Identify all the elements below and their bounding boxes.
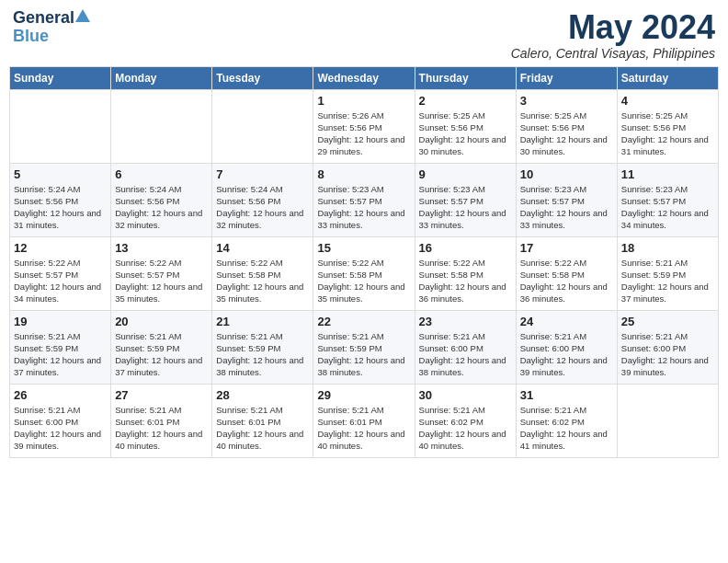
day-number: 9 [419,167,512,181]
day-info: Sunrise: 5:24 AM Sunset: 5:56 PM Dayligh… [216,183,309,232]
day-info: Sunrise: 5:24 AM Sunset: 5:56 PM Dayligh… [14,183,107,232]
day-number: 21 [216,315,309,328]
day-number: 29 [317,388,410,402]
day-number: 26 [14,388,107,402]
calendar-cell: 1Sunrise: 5:26 AM Sunset: 5:56 PM Daylig… [313,89,415,163]
day-number: 20 [115,315,208,328]
calendar-cell: 31Sunrise: 5:21 AM Sunset: 6:02 PM Dayli… [516,384,617,457]
calendar-cell: 4Sunrise: 5:25 AM Sunset: 5:56 PM Daylig… [617,89,718,163]
calendar-cell: 16Sunrise: 5:22 AM Sunset: 5:58 PM Dayli… [415,236,516,310]
calendar-cell: 23Sunrise: 5:21 AM Sunset: 6:00 PM Dayli… [415,310,516,384]
day-info: Sunrise: 5:22 AM Sunset: 5:58 PM Dayligh… [216,257,309,305]
calendar-header-row: SundayMondayTuesdayWednesdayThursdayFrid… [10,66,719,89]
calendar-cell: 12Sunrise: 5:22 AM Sunset: 5:57 PM Dayli… [10,236,111,310]
calendar-cell: 5Sunrise: 5:24 AM Sunset: 5:56 PM Daylig… [10,163,111,236]
calendar-week-row: 26Sunrise: 5:21 AM Sunset: 6:00 PM Dayli… [10,384,719,457]
day-number: 28 [216,388,309,402]
calendar-cell: 8Sunrise: 5:23 AM Sunset: 5:57 PM Daylig… [313,163,415,236]
calendar-cell: 19Sunrise: 5:21 AM Sunset: 5:59 PM Dayli… [10,310,111,384]
day-info: Sunrise: 5:21 AM Sunset: 5:59 PM Dayligh… [216,330,309,379]
calendar-header: SundayMondayTuesdayWednesdayThursdayFrid… [10,66,719,89]
calendar-cell: 2Sunrise: 5:25 AM Sunset: 5:56 PM Daylig… [415,89,516,163]
calendar-cell: 3Sunrise: 5:25 AM Sunset: 5:56 PM Daylig… [516,89,617,163]
calendar-week-row: 1Sunrise: 5:26 AM Sunset: 5:56 PM Daylig… [10,89,719,163]
page-header: General Blue May 2024 Calero, Central Vi… [9,9,719,61]
calendar-week-row: 12Sunrise: 5:22 AM Sunset: 5:57 PM Dayli… [10,236,719,310]
day-number: 17 [520,241,613,255]
calendar-table: SundayMondayTuesdayWednesdayThursdayFrid… [9,66,719,458]
calendar-cell: 9Sunrise: 5:23 AM Sunset: 5:57 PM Daylig… [415,163,516,236]
day-number: 16 [419,241,512,255]
calendar-header-cell: Thursday [415,66,516,89]
calendar-header-cell: Friday [516,66,617,89]
day-info: Sunrise: 5:22 AM Sunset: 5:57 PM Dayligh… [14,257,107,305]
day-number: 8 [317,167,410,181]
day-info: Sunrise: 5:21 AM Sunset: 6:01 PM Dayligh… [317,404,410,453]
calendar-cell: 24Sunrise: 5:21 AM Sunset: 6:00 PM Dayli… [516,310,617,384]
day-number: 24 [520,315,613,328]
calendar-cell: 17Sunrise: 5:22 AM Sunset: 5:58 PM Dayli… [516,236,617,310]
calendar-cell [10,89,111,163]
calendar-cell: 20Sunrise: 5:21 AM Sunset: 5:59 PM Dayli… [111,310,212,384]
calendar-cell: 6Sunrise: 5:24 AM Sunset: 5:56 PM Daylig… [111,163,212,236]
calendar-header-cell: Monday [111,66,212,89]
calendar-cell: 22Sunrise: 5:21 AM Sunset: 5:59 PM Dayli… [313,310,415,384]
day-number: 30 [419,388,512,402]
calendar-cell: 13Sunrise: 5:22 AM Sunset: 5:57 PM Dayli… [111,236,212,310]
day-info: Sunrise: 5:25 AM Sunset: 5:56 PM Dayligh… [520,109,613,158]
day-info: Sunrise: 5:21 AM Sunset: 6:02 PM Dayligh… [520,404,613,453]
day-number: 12 [14,241,107,255]
calendar-cell: 21Sunrise: 5:21 AM Sunset: 5:59 PM Dayli… [212,310,313,384]
month-title: May 2024 [511,9,715,46]
day-number: 1 [317,94,410,108]
day-info: Sunrise: 5:22 AM Sunset: 5:57 PM Dayligh… [115,257,208,305]
day-info: Sunrise: 5:23 AM Sunset: 5:57 PM Dayligh… [520,183,613,232]
day-info: Sunrise: 5:21 AM Sunset: 6:00 PM Dayligh… [419,330,512,379]
day-number: 3 [520,94,613,108]
calendar-cell: 27Sunrise: 5:21 AM Sunset: 6:01 PM Dayli… [111,384,212,457]
day-info: Sunrise: 5:21 AM Sunset: 5:59 PM Dayligh… [14,330,107,379]
logo-text-general: General [13,9,74,28]
day-info: Sunrise: 5:23 AM Sunset: 5:57 PM Dayligh… [317,183,410,232]
day-number: 27 [115,388,208,402]
day-info: Sunrise: 5:21 AM Sunset: 5:59 PM Dayligh… [621,257,714,305]
day-number: 25 [621,315,714,328]
calendar-cell: 25Sunrise: 5:21 AM Sunset: 6:00 PM Dayli… [617,310,718,384]
day-number: 10 [520,167,613,181]
day-number: 4 [621,94,714,108]
day-number: 7 [216,167,309,181]
day-info: Sunrise: 5:21 AM Sunset: 5:59 PM Dayligh… [115,330,208,379]
calendar-header-cell: Sunday [10,66,111,89]
location-title: Calero, Central Visayas, Philippines [511,46,715,61]
calendar-cell [212,89,313,163]
day-info: Sunrise: 5:22 AM Sunset: 5:58 PM Dayligh… [317,257,410,305]
calendar-cell: 14Sunrise: 5:22 AM Sunset: 5:58 PM Dayli… [212,236,313,310]
calendar-cell: 28Sunrise: 5:21 AM Sunset: 6:01 PM Dayli… [212,384,313,457]
day-info: Sunrise: 5:22 AM Sunset: 5:58 PM Dayligh… [520,257,613,305]
day-info: Sunrise: 5:21 AM Sunset: 6:00 PM Dayligh… [520,330,613,379]
title-section: May 2024 Calero, Central Visayas, Philip… [511,9,715,61]
calendar-cell [111,89,212,163]
day-number: 6 [115,167,208,181]
logo: General Blue [13,9,90,46]
logo-text-blue: Blue [13,28,49,46]
day-number: 19 [14,315,107,328]
day-info: Sunrise: 5:21 AM Sunset: 6:01 PM Dayligh… [216,404,309,453]
day-info: Sunrise: 5:25 AM Sunset: 5:56 PM Dayligh… [419,109,512,158]
calendar-week-row: 19Sunrise: 5:21 AM Sunset: 5:59 PM Dayli… [10,310,719,384]
calendar-cell: 7Sunrise: 5:24 AM Sunset: 5:56 PM Daylig… [212,163,313,236]
day-number: 23 [419,315,512,328]
day-info: Sunrise: 5:21 AM Sunset: 5:59 PM Dayligh… [317,330,410,379]
calendar-cell [617,384,718,457]
calendar-cell: 18Sunrise: 5:21 AM Sunset: 5:59 PM Dayli… [617,236,718,310]
day-number: 15 [317,241,410,255]
calendar-header-cell: Saturday [617,66,718,89]
calendar-cell: 26Sunrise: 5:21 AM Sunset: 6:00 PM Dayli… [10,384,111,457]
day-number: 5 [14,167,107,181]
day-info: Sunrise: 5:21 AM Sunset: 6:01 PM Dayligh… [115,404,208,453]
day-info: Sunrise: 5:26 AM Sunset: 5:56 PM Dayligh… [317,109,410,158]
day-info: Sunrise: 5:21 AM Sunset: 6:00 PM Dayligh… [621,330,714,379]
day-number: 18 [621,241,714,255]
day-info: Sunrise: 5:21 AM Sunset: 6:02 PM Dayligh… [419,404,512,453]
day-info: Sunrise: 5:23 AM Sunset: 5:57 PM Dayligh… [419,183,512,232]
